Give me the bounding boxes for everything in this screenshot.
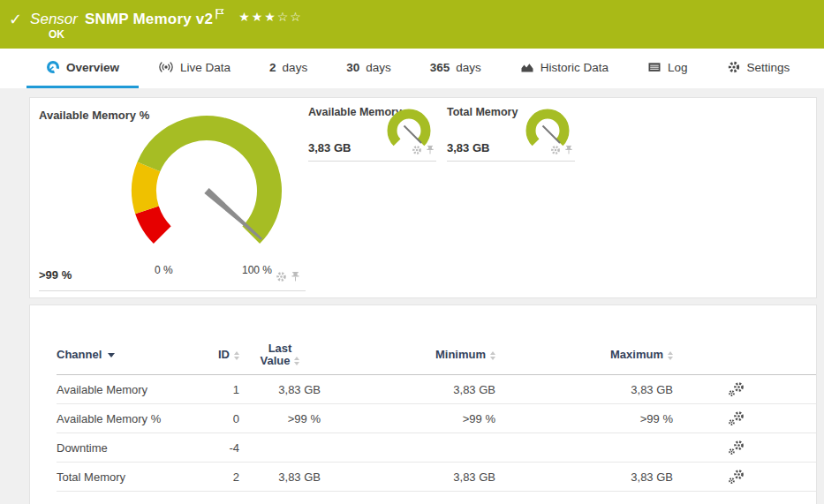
priority-stars[interactable]: ★★★☆☆ — [238, 10, 303, 24]
channel-id: 1 — [189, 383, 239, 396]
tab-number: 30 — [346, 61, 359, 74]
pin-icon[interactable] — [291, 270, 300, 286]
tab-label: days — [283, 61, 308, 74]
channel-minimum: >99 % — [321, 412, 495, 425]
tab-label: Log — [668, 61, 688, 74]
column-label: Maximum — [610, 348, 663, 361]
channel-settings-gears-icon[interactable] — [673, 381, 816, 397]
tab-label: Live Data — [180, 61, 231, 74]
column-label-line2: Value — [261, 354, 291, 367]
column-label-line1: Last — [239, 342, 321, 355]
channel-last-value: 3,83 GB — [239, 470, 321, 484]
column-header-channel[interactable]: Channel — [57, 348, 189, 361]
channel-id: 0 — [189, 412, 239, 425]
column-label: Channel — [57, 348, 102, 361]
status-check-icon: ✓ — [9, 11, 22, 27]
sort-arrows-icon — [294, 357, 299, 365]
tab-label: Historic Data — [541, 61, 609, 74]
channel-maximum: 3,83 GB — [495, 470, 673, 484]
table-row: Available Memory 1 3,83 GB 3,83 GB 3,83 … — [57, 375, 816, 404]
column-header-last-value[interactable]: Last Value — [239, 342, 321, 367]
channel-settings-gears-icon[interactable] — [673, 469, 816, 485]
sensor-title: SNMP Memory v2 — [85, 11, 213, 28]
sensor-header-row: ✓ Sensor SNMP Memory v2 ★★★☆☆ — [0, 0, 824, 31]
tile-title: Total Memory — [447, 106, 518, 118]
column-header-minimum[interactable]: Minimum — [321, 348, 495, 361]
channel-last-value: 3,83 GB — [239, 383, 321, 396]
primary-gauge — [129, 113, 284, 268]
tab-historic-data[interactable]: Historic Data — [501, 49, 628, 88]
tile-actions — [412, 143, 435, 159]
tab-number: 2 — [269, 61, 276, 74]
gear-icon — [727, 60, 741, 74]
gear-icon[interactable] — [412, 143, 422, 159]
channel-name[interactable]: Total Memory — [57, 470, 189, 484]
channels-table-header: Channel ID Last Value Minimum Maximum — [57, 335, 816, 375]
tab-label: Overview — [66, 61, 119, 74]
object-kind-label: Sensor — [30, 11, 78, 28]
tab-log[interactable]: Log — [628, 49, 707, 88]
channel-id: -4 — [189, 441, 239, 455]
chart-icon — [520, 60, 534, 74]
table-row: Total Memory 2 3,83 GB 3,83 GB 3,83 GB — [57, 463, 816, 492]
flag-icon[interactable] — [215, 7, 224, 23]
primary-gauge-tile: Available Memory % 0 % 100 % >99 % — [39, 98, 306, 291]
gauges-card: Available Memory % 0 % 100 % >99 % Avail… — [29, 97, 817, 298]
overview-content: Available Memory % 0 % 100 % >99 % Avail… — [0, 88, 824, 504]
channel-maximum: 3,83 GB — [495, 383, 673, 396]
tab-overview[interactable]: Overview — [26, 49, 139, 88]
table-row: Available Memory % 0 >99 % >99 % >99 % — [57, 404, 816, 433]
gear-icon[interactable] — [550, 143, 561, 159]
sensor-header: ✓ Sensor SNMP Memory v2 ★★★☆☆ OK — [0, 0, 824, 49]
gauge-scale-max: 100 % — [242, 264, 272, 276]
column-header-id[interactable]: ID — [189, 348, 239, 361]
tab-365-days[interactable]: 365 days — [411, 49, 501, 88]
tab-2-days[interactable]: 2 days — [250, 49, 327, 88]
tab-label: days — [456, 61, 481, 74]
channel-name[interactable]: Downtime — [57, 441, 189, 455]
channel-maximum: >99 % — [495, 412, 673, 425]
sort-desc-icon — [108, 353, 115, 357]
channel-settings-gears-icon[interactable] — [673, 440, 816, 455]
column-label: ID — [218, 348, 230, 361]
available-memory-gauge-tile: Available Memory 3,83 GB — [308, 98, 436, 162]
tab-settings[interactable]: Settings — [707, 49, 810, 88]
tab-label: Settings — [747, 61, 790, 74]
channel-id: 2 — [189, 470, 239, 484]
log-icon — [647, 60, 661, 74]
tab-live-data[interactable]: Live Data — [139, 49, 250, 88]
tile-actions — [550, 143, 573, 159]
primary-gauge-value: >99 % — [39, 268, 72, 282]
channels-card: Channel ID Last Value Minimum Maximum Av… — [29, 305, 817, 504]
tab-bar: Overview Live Data 2 days 30 days 365 da… — [0, 49, 824, 88]
tab-number: 365 — [430, 61, 450, 74]
tab-30-days[interactable]: 30 days — [327, 49, 411, 88]
gear-icon[interactable] — [276, 270, 287, 286]
gauge-needle — [543, 126, 561, 144]
tile-actions — [276, 270, 300, 286]
pin-icon[interactable] — [426, 143, 435, 159]
sort-arrows-icon — [668, 351, 673, 360]
channel-name[interactable]: Available Memory — [57, 383, 189, 396]
gauge-needle — [404, 126, 422, 144]
broadcast-icon — [158, 60, 174, 74]
channel-name[interactable]: Available Memory % — [57, 412, 189, 425]
channel-settings-gears-icon[interactable] — [673, 410, 816, 426]
tab-label: days — [366, 61, 391, 74]
tile-value: 3,83 GB — [308, 141, 351, 154]
total-memory-gauge-tile: Total Memory 3,83 GB — [447, 98, 575, 162]
column-header-maximum[interactable]: Maximum — [495, 348, 673, 361]
channel-last-value: >99 % — [239, 412, 321, 425]
pin-icon[interactable] — [564, 143, 573, 159]
tile-value: 3,83 GB — [447, 141, 489, 154]
status-badge: OK — [49, 28, 64, 41]
channel-minimum: 3,83 GB — [321, 470, 495, 484]
column-label: Minimum — [435, 348, 486, 361]
channel-minimum: 3,83 GB — [321, 383, 495, 396]
gauge-icon — [46, 60, 60, 74]
gauge-scale-min: 0 % — [155, 264, 173, 276]
table-row: Downtime -4 — [57, 433, 816, 463]
